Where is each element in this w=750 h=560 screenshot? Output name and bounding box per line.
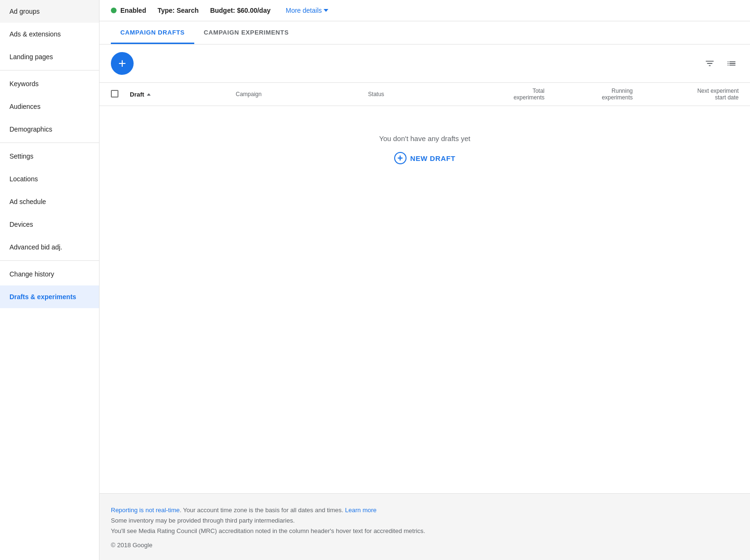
chevron-down-icon xyxy=(324,9,328,12)
running-experiments-label: Runningexperiments xyxy=(602,88,633,101)
next-experiment-label: Next experimentstart date xyxy=(697,88,739,101)
filter-button[interactable] xyxy=(703,56,717,71)
status-enabled: Enabled xyxy=(111,7,146,14)
draft-label: Draft xyxy=(130,91,144,98)
sidebar-item-audiences[interactable]: Audiences xyxy=(0,95,99,118)
sidebar-item-drafts-experiments[interactable]: Drafts & experiments xyxy=(0,285,99,308)
main-content: Enabled Type: Search Budget: $60.00/day … xyxy=(99,0,750,560)
sidebar-item-ad-schedule[interactable]: Ad schedule xyxy=(0,190,99,213)
realtime-suffix: . Your account time zone is the basis fo… xyxy=(180,507,343,514)
budget-prefix: Budget: xyxy=(210,7,235,14)
empty-message: You don't have any drafts yet xyxy=(379,134,470,142)
sort-arrow-icon xyxy=(147,93,151,96)
footer-line1: Reporting is not real-time. Your account… xyxy=(111,505,739,516)
type-value: Search xyxy=(177,7,199,14)
sidebar-item-change-history[interactable]: Change history xyxy=(0,263,99,285)
top-bar: Enabled Type: Search Budget: $60.00/day … xyxy=(99,0,750,21)
header-status[interactable]: Status xyxy=(368,91,456,98)
budget-info: Budget: $60.00/day xyxy=(210,7,271,14)
content-area: + Draft xyxy=(99,44,750,493)
new-draft-label: NEW DRAFT xyxy=(410,154,455,162)
header-checkbox-col xyxy=(111,90,130,99)
sidebar-item-landing-pages[interactable]: Landing pages xyxy=(0,45,99,68)
header-campaign[interactable]: Campaign xyxy=(235,91,368,98)
total-experiments-label: Totalexperiments xyxy=(514,88,544,101)
realtime-link[interactable]: Reporting is not real-time xyxy=(111,507,180,514)
sidebar-item-settings[interactable]: Settings xyxy=(0,145,99,168)
header-next-experiment-start-date[interactable]: Next experimentstart date xyxy=(633,88,739,101)
enabled-dot xyxy=(111,8,117,13)
header-running-experiments[interactable]: Runningexperiments xyxy=(544,88,633,101)
footer-line3: You'll see Media Rating Council (MRC) ac… xyxy=(111,526,739,536)
more-details-label: More details xyxy=(286,7,322,14)
sidebar-item-locations[interactable]: Locations xyxy=(0,168,99,190)
sidebar: Ad groupsAds & extensionsLanding pagesKe… xyxy=(0,0,99,560)
budget-value: $60.00/day xyxy=(237,7,271,14)
empty-state: You don't have any drafts yet + NEW DRAF… xyxy=(99,106,750,493)
footer: Reporting is not real-time. Your account… xyxy=(99,493,750,560)
tabs-container: Campaign DraftsCampaign Experiments xyxy=(99,21,750,44)
sidebar-item-keywords[interactable]: Keywords xyxy=(0,72,99,95)
toolbar-row: + xyxy=(99,44,750,82)
footer-line2: Some inventory may be provided through t… xyxy=(111,516,739,526)
more-details-button[interactable]: More details xyxy=(286,7,328,14)
sidebar-item-ad-groups[interactable]: Ad groups xyxy=(0,0,99,23)
type-prefix: Type: xyxy=(157,7,174,14)
columns-button[interactable] xyxy=(724,56,739,71)
learn-more-link[interactable]: Learn more xyxy=(345,507,376,514)
add-draft-button[interactable]: + xyxy=(111,52,134,75)
new-draft-plus-icon: + xyxy=(394,152,407,164)
footer-copyright: © 2018 Google xyxy=(111,540,739,551)
toolbar-icons xyxy=(703,56,739,71)
sidebar-item-demographics[interactable]: Demographics xyxy=(0,118,99,141)
sidebar-item-advanced-bid[interactable]: Advanced bid adj. xyxy=(0,236,99,258)
type-info: Type: Search xyxy=(157,7,199,14)
status-label: Enabled xyxy=(120,7,146,14)
sidebar-item-ads-extensions[interactable]: Ads & extensions xyxy=(0,23,99,45)
sidebar-divider xyxy=(0,260,99,261)
sidebar-divider xyxy=(0,142,99,143)
sidebar-divider xyxy=(0,70,99,71)
sidebar-item-devices[interactable]: Devices xyxy=(0,213,99,236)
tab-campaign-drafts[interactable]: Campaign Drafts xyxy=(111,21,194,44)
new-draft-button[interactable]: + NEW DRAFT xyxy=(394,152,455,164)
status-col-label: Status xyxy=(368,91,384,98)
header-draft[interactable]: Draft xyxy=(130,91,235,98)
filter-icon xyxy=(705,58,715,69)
campaign-label: Campaign xyxy=(235,91,262,98)
header-total-experiments[interactable]: Totalexperiments xyxy=(456,88,544,101)
table-header: Draft Campaign Status Totalexperiments R… xyxy=(99,82,750,106)
columns-icon xyxy=(726,58,737,69)
tab-campaign-experiments[interactable]: Campaign Experiments xyxy=(194,21,298,44)
select-all-checkbox[interactable] xyxy=(111,90,118,98)
